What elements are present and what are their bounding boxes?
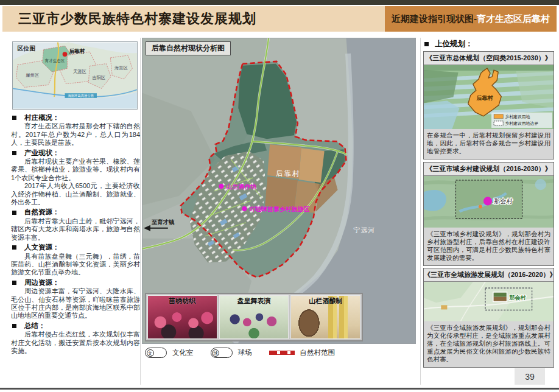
plan-box-map: 那会村 (424, 282, 554, 321)
section-paragraph: 具有苗族盘皇舞（三元舞），苗绣，苗医苗药、山栏酒酿制等文化资源，美丽乡村旅游文化… (11, 253, 140, 277)
nahui-village-label: 那会村 (508, 295, 526, 301)
rural-plan-map-svg: 那会村 (424, 176, 554, 228)
map-legend: 文 文化室 球 球场 自然村范围 (145, 348, 335, 358)
loc-village-label: 后靠村 (68, 48, 85, 54)
photo-dance: 盘皇舞表演 (219, 295, 289, 339)
legend-label-court: 球场 (238, 348, 252, 357)
legend-swatch-orange (494, 114, 503, 119)
section-title: 人文资源： (24, 243, 60, 251)
plan-box-tourism: 《三亚市全域旅游发展规划（2016-2020）》 那会村 (423, 268, 554, 368)
top-accent-bar (0, 0, 559, 5)
ball-glyph: 球 (212, 349, 219, 357)
bullet-square (12, 281, 16, 285)
master-plan-map-svg: 后靠村 乡村建设用地 乡村建设用地边界 (424, 65, 554, 129)
column-divider-left (140, 38, 141, 385)
plan-box-map: 后靠村 乡村建设用地 乡村建设用地边界 (424, 65, 554, 129)
plan-box-map: 那会村 (424, 176, 554, 228)
plan-box-title: 《三亚市全域旅游发展规划（2016-2020）》 (424, 268, 554, 282)
left-text-sections: 村庄概况： 育才生态区后靠村是那会村下辖的自然村。2017年总户数为42户，总人… (11, 112, 140, 355)
section-title: 村庄概况： (24, 114, 60, 122)
bullet-square (12, 245, 16, 250)
poi-label-tourism: 吖啦咪苗寨乡村旅游区 (249, 206, 309, 212)
banner-prefix: 近期建设指引现状图- (392, 13, 477, 25)
header: 三亚市少数民族特色村寨建设发展规划 近期建设指引现状图-育才生态区后靠村 (2, 6, 557, 32)
banner-highlight: 育才生态区后靠村 (477, 13, 550, 25)
village-photo-thumb (493, 292, 507, 302)
bullet-square (12, 151, 16, 155)
photo-wine: 山栏酒酿制 (290, 295, 360, 339)
status-analysis-map: 至育才镇 后靠村 宁远河 山兰酒作坊 吖啦咪苗寨乡村旅游区 后靠自然村现状分析图… (142, 38, 416, 344)
culture-room-icon: 文 (145, 348, 167, 358)
poi-dot-tourism (242, 206, 247, 211)
bullet-square (12, 211, 16, 215)
bullet-square (12, 324, 16, 328)
minor-dot (479, 205, 482, 208)
photo-caption: 盘皇舞表演 (220, 296, 289, 306)
section-paragraph: 周边资源丰富，有宁远河、大隆水库、毛公山、仙安石林等资源，吖啦咪苗寨旅游区位于村… (11, 287, 140, 320)
section-summary: 总结： 后靠村侵占生态红线，本次规划仅丰富村庄文化活动，搬迁安置后按本次规划内容… (11, 322, 140, 355)
district-label: 天涯区 (73, 69, 86, 74)
district-label: 育才生态区 (44, 58, 65, 63)
plan-box-caption: 在多规合一中，后靠村规划保留乡村建设用地，因此，后靠村符合多规合一乡村建设用地管… (424, 129, 554, 159)
river-label: 宁远河 (353, 226, 375, 234)
upper-plan-heading-text: 上位规划： (435, 39, 473, 49)
section-paragraph: 后靠村现状主要产业有芒果、橡胶、莲雾果、槟榔种植业，旅游业等。现状村内有1个农民… (11, 158, 140, 182)
page-number: 39 (515, 368, 545, 385)
legend-swatch-dashed (494, 121, 503, 125)
tourism-plan-map-svg: 那会村 (424, 282, 554, 321)
section-title: 自然资源： (24, 208, 60, 216)
column-divider-right (420, 38, 421, 385)
loc-map-title: 区位图 (18, 45, 35, 52)
plan-box-caption: 《三亚市域乡村建设规划》，规划那会村为乡村旅游型村庄，后靠自然村在村庄建设许可区… (424, 228, 554, 265)
poi-label-winery: 山兰酒作坊 (226, 183, 256, 190)
section-title: 总结： (24, 322, 46, 330)
bottom-rule (0, 388, 559, 390)
highway-label: 海南环岛高速公路 (68, 94, 94, 98)
district-label: 海棠区 (114, 65, 128, 71)
nahui-village-label: 那会村 (494, 198, 513, 205)
plan-box-rural-construction: 《三亚市域乡村建设规划（2016-2030）》 那会村 《三亚市域乡村建设规划》… (423, 162, 554, 266)
village-name-label: 后靠村 (276, 169, 300, 178)
culture-glyph: 文 (147, 349, 154, 357)
bullet-square (424, 42, 429, 46)
boundary-dash-icon (269, 351, 295, 355)
section-title: 产业现状： (24, 149, 60, 157)
section-industry: 产业现状： 后靠村现状主要产业有芒果、橡胶、莲雾果、槟榔种植业，旅游业等。现状村… (11, 149, 140, 207)
photo-caption: 山栏酒酿制 (291, 296, 360, 306)
legend-label-culture-room: 文化室 (172, 348, 194, 357)
legend-label-boundary: 自然村范围 (300, 348, 336, 357)
legend-text-boundary: 乡村建设用地边界 (505, 121, 538, 126)
location-map-svg: 海南环岛高速公路 后靠村 区位图 崖州区 育才生态区 天涯区 吉阳区 海棠区 (13, 42, 137, 109)
section-title: 周边资源： (24, 279, 60, 287)
legend-text-land: 乡村建设用地 (505, 114, 530, 119)
photo-caption: 苗绣纺织 (148, 296, 217, 306)
plan-box-title: 《三亚市域乡村建设规划（2016-2030）》 (424, 163, 554, 176)
plan-village-label: 后靠村 (476, 95, 493, 101)
section-paragraph: 后靠村侵占生态红线，本次规划仅丰富村庄文化活动，搬迁安置后按本次规划内容实施。 (11, 331, 140, 355)
poi-dot-winery (219, 184, 223, 189)
map-title-tag: 后靠自然村现状分析图 (146, 41, 231, 55)
section-banner: 近期建设指引现状图-育才生态区后靠村 (385, 6, 557, 32)
page: 三亚市少数民族特色村寨建设发展规划 近期建设指引现状图-育才生态区后靠村 海南环… (0, 0, 559, 392)
section-surrounding-resources: 周边资源： 周边资源丰富，有宁远河、大隆水库、毛公山、仙安石林等资源，吖啦咪苗寨… (11, 279, 140, 320)
plan-box-title: 《三亚市总体规划（空间类2015-2030）》 (424, 52, 554, 65)
photo-strip: 苗绣纺织 盘皇舞表演 山栏酒酿制 (145, 293, 363, 341)
photo-embroidery: 苗绣纺织 (147, 295, 217, 339)
section-paragraph: 2017年人均收入6500元，主要经济收入经济作物种植、山兰酒酿制、旅游就业、外… (11, 182, 140, 206)
upper-plan-heading: 上位规划： (423, 39, 473, 49)
plan-box-caption: 《三亚市全域旅游发展规划》，规划那会村为文化传承型村庄，是全域旅游重点发展村落，… (424, 321, 554, 367)
section-natural-resources: 自然资源： 后靠村背靠大山白土岭，毗邻宁远河，辖区内有大龙水库和南塔水库，旅游与… (11, 208, 140, 242)
to-town-label: 至育才镇 (151, 219, 175, 225)
nahui-village-dot (483, 197, 492, 205)
section-cultural-resources: 人文资源： 具有苗族盘皇舞（三元舞），苗绣，苗医苗药、山栏酒酿制等文化资源，美丽… (11, 243, 140, 277)
section-paragraph: 后靠村背靠大山白土岭，毗邻宁远河，辖区内有大龙水库和南塔水库，旅游与自然资源丰富… (11, 217, 140, 242)
location-map: 海南环岛高速公路 后靠村 区位图 崖州区 育才生态区 天涯区 吉阳区 海棠区 (12, 41, 138, 110)
bullet-square (12, 116, 16, 120)
village-dot (63, 52, 68, 57)
page-title: 三亚市少数民族特色村寨建设发展规划 (18, 6, 256, 32)
plan-box-master-plan: 《三亚市总体规划（空间类2015-2030）》 (423, 51, 554, 159)
section-village-overview: 村庄概况： 育才生态区后靠村是那会村下辖的自然村。2017年总户数为42户，总人… (11, 114, 140, 147)
section-paragraph: 育才生态区后靠村是那会村下辖的自然村。2017年总户数为42户，总人口为184人… (11, 122, 140, 147)
district-label: 崖州区 (26, 72, 39, 78)
ball-court-icon: 球 (211, 348, 233, 358)
